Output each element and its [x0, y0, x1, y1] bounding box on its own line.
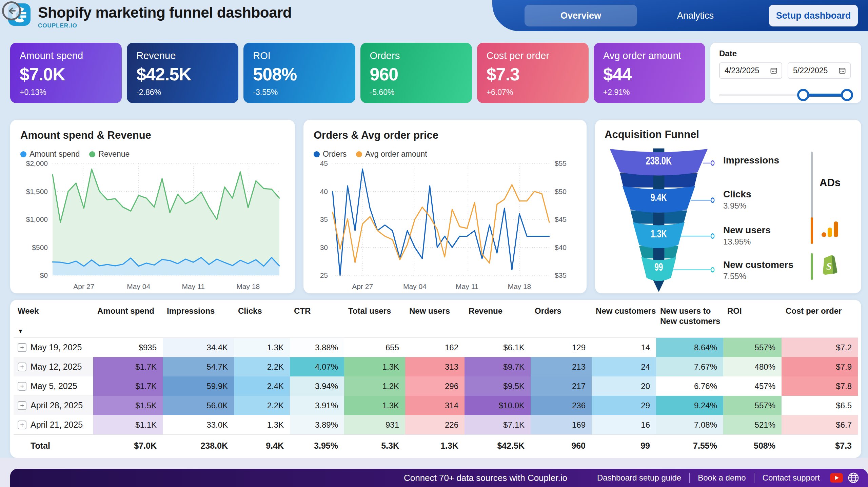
legend-label: Amount spend	[29, 150, 80, 159]
expand-row-button[interactable]: +	[18, 382, 26, 391]
setup-dashboard-button[interactable]: Setup dashboard	[769, 5, 858, 26]
kpi-delta: +0.13%	[20, 88, 112, 97]
metric-cell: 16	[592, 415, 656, 434]
expand-row-button[interactable]: +	[18, 401, 26, 410]
metric-cell: $7.2	[782, 338, 858, 357]
svg-text:$45: $45	[555, 215, 567, 223]
metric-cell: 1.2K	[344, 376, 405, 396]
footer-link-contact-support[interactable]: Contact support	[763, 473, 820, 483]
kpi-value: $44	[603, 64, 696, 84]
metric-cell: 557%	[723, 338, 782, 357]
kpi-card-orders: Orders960-5.60%	[360, 43, 472, 103]
date-start-input[interactable]: 4/23/2025	[719, 62, 782, 79]
metric-cell: $1.5K	[93, 396, 163, 415]
svg-text:May 18: May 18	[236, 283, 260, 290]
total-metric-cell: 5.3K	[344, 435, 405, 456]
date-end-input[interactable]: 5/22/2025	[788, 62, 851, 79]
svg-text:May 04: May 04	[127, 283, 150, 290]
svg-text:45: 45	[320, 159, 328, 167]
metric-cell: $7.8	[782, 376, 858, 396]
analytics-bar	[811, 217, 813, 244]
tab-overview[interactable]: Overview	[525, 5, 637, 26]
footer-promo: Connect 70+ data sources with Coupler.io	[404, 473, 567, 483]
svg-text:$1,500: $1,500	[26, 188, 48, 195]
expand-row-button[interactable]: +	[18, 343, 26, 352]
metric-cell: 3.91%	[290, 396, 344, 415]
table-body: +May 19, 2025$93534.4K1.3K3.88%655162$6.…	[14, 338, 858, 434]
kpi-delta: -3.55%	[253, 88, 346, 97]
svg-text:$2,000: $2,000	[26, 159, 48, 167]
metric-cell: 6.76%	[656, 376, 723, 396]
funnel-stage-label-impressions: Impressions	[723, 155, 779, 166]
svg-text:Apr 27: Apr 27	[352, 283, 373, 290]
kpi-card-roi: ROI508%-3.55%	[243, 43, 355, 103]
total-label: Total	[14, 435, 93, 456]
kpi-label: Amount spend	[20, 50, 112, 61]
back-button[interactable]	[2, 1, 21, 20]
svg-text:$55: $55	[555, 159, 567, 167]
slider-handle-end[interactable]	[841, 89, 853, 101]
date-range-slider[interactable]	[719, 89, 852, 101]
metric-cell: 9.24%	[656, 396, 723, 415]
svg-text:S: S	[826, 260, 832, 272]
tab-analytics[interactable]: Analytics	[677, 11, 714, 21]
total-metric-cell: 238.0K	[163, 435, 234, 456]
funnel-title: Acquisition Funnel	[605, 129, 852, 141]
footer-icons	[830, 472, 859, 484]
youtube-icon[interactable]	[830, 473, 843, 483]
calendar-icon	[770, 67, 777, 74]
kpi-value: $7.3	[487, 64, 579, 84]
week-filter-caret[interactable]: ▼	[18, 326, 26, 336]
metric-cell: $7.1K	[465, 415, 531, 434]
funnel-stage-rate: 3.95%	[723, 201, 751, 211]
total-metric-cell: 1.3K	[405, 435, 465, 456]
metric-cell: 236	[531, 396, 592, 415]
metric-cell: 33.0K	[163, 415, 234, 434]
column-header-ctr: CTR	[290, 306, 344, 316]
expand-row-button[interactable]: +	[18, 363, 26, 371]
slider-active-range[interactable]	[803, 94, 847, 97]
kpi-delta: +6.07%	[487, 88, 579, 97]
funnel-stage-label-clicks: Clicks3.95%	[723, 189, 751, 211]
slider-handle-start[interactable]	[797, 89, 809, 101]
funnel-graphic: 238.0K9.4K1.3K99	[605, 145, 716, 292]
funnel-stage-name: Impressions	[723, 155, 779, 166]
globe-icon[interactable]	[848, 472, 859, 484]
funnel-stage-label-new-customers: New customers7.55%	[723, 259, 793, 281]
table-row: +April 21, 2025$1.1K33.0K1.3K3.89%931226…	[14, 415, 858, 434]
kpi-value: $42.5K	[136, 64, 229, 84]
metric-cell: 557%	[723, 396, 782, 415]
total-metric-cell: $42.5K	[465, 435, 531, 456]
metric-cell: 655	[344, 338, 405, 357]
expand-row-button[interactable]: +	[18, 421, 26, 429]
svg-text:$1,000: $1,000	[26, 215, 48, 223]
footer-link-book-demo[interactable]: Book a demo	[698, 473, 746, 483]
svg-text:238.0K: 238.0K	[646, 154, 672, 167]
week-cell: +April 21, 2025	[14, 415, 93, 434]
legend-dot	[20, 151, 26, 157]
dashboard-page: Shopify marketing funnel dashboard COUPL…	[0, 0, 868, 487]
column-header-revenue: Revenue	[465, 306, 531, 316]
funnel-stage-label-new-users: New users13.95%	[723, 225, 771, 247]
legend-label: Revenue	[98, 150, 130, 159]
metric-cell: 313	[405, 357, 465, 376]
total-metric-cell: 99	[592, 435, 656, 456]
metric-cell: $1.7K	[93, 357, 163, 376]
kpi-card-revenue: Revenue$42.5K-2.86%	[127, 43, 238, 103]
shopify-bar	[811, 253, 813, 280]
week-label: May 19, 2025	[31, 343, 82, 352]
ads-bar	[811, 152, 813, 220]
svg-text:$50: $50	[555, 188, 567, 195]
svg-text:30: 30	[320, 244, 328, 251]
metric-cell: 34.4K	[163, 338, 234, 357]
footer-link-setup-guide[interactable]: Dashboard setup guide	[597, 473, 681, 483]
column-header-week: Week▼	[14, 306, 93, 336]
svg-text:$0: $0	[40, 271, 48, 279]
metric-cell: 59.9K	[163, 376, 234, 396]
total-metric-cell: 9.4K	[234, 435, 290, 456]
svg-text:99: 99	[654, 261, 663, 273]
funnel-body: 238.0K9.4K1.3K99 ImpressionsClicks3.95%N…	[605, 145, 852, 292]
date-end-value: 5/22/2025	[793, 66, 828, 75]
kpi-value: 508%	[253, 64, 346, 84]
legend-item-amount-spend: Amount spend	[20, 150, 80, 159]
